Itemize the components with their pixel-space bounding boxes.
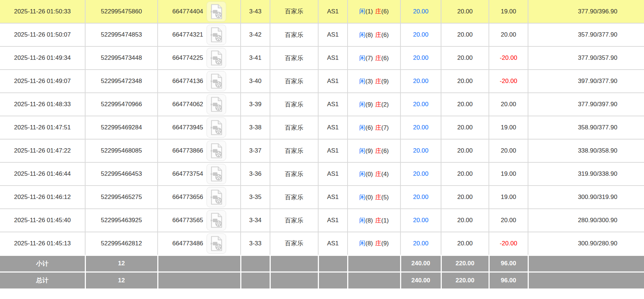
bet-amount-link[interactable]: 20.00 — [413, 54, 429, 61]
round-cell: 3-43 — [241, 0, 270, 23]
table-row[interactable]: 2025-11-26 01:49:34522995473448664774225… — [0, 46, 644, 70]
footer-winloss-total-cell: 96.00 — [489, 255, 528, 272]
table-row[interactable]: 2025-11-26 01:47:22522995468085664773866… — [0, 139, 644, 162]
video-replay-button[interactable] — [207, 1, 226, 22]
balance-cell: 397.90/377.90 — [528, 70, 644, 93]
game-no-wrap: 664773486 — [158, 233, 240, 254]
footer-bet-total-cell: 240.00 — [400, 272, 441, 288]
table-name-cell: AS1 — [318, 186, 348, 209]
bet-amount-link[interactable]: 20.00 — [413, 78, 429, 84]
player-result-label: 闲 — [359, 55, 365, 62]
game-no-wrap: 664774225 — [158, 48, 240, 68]
bet-amount-link[interactable]: 20.00 — [413, 170, 429, 177]
bet-amount-cell: 20.00 — [400, 186, 441, 209]
bet-amount-link[interactable]: 20.00 — [413, 147, 429, 154]
table-row[interactable]: 2025-11-26 01:47:51522995469284664773945… — [0, 116, 644, 139]
bet-amount-link[interactable]: 20.00 — [413, 8, 429, 15]
table-row[interactable]: 2025-11-26 01:46:44522995466453664773754… — [0, 162, 644, 186]
bet-time-cell: 2025-11-26 01:47:51 — [0, 116, 85, 139]
table-row[interactable]: 2025-11-26 01:48:33522995470966664774062… — [0, 93, 644, 116]
table-name-cell: AS1 — [318, 139, 348, 162]
banker-result-points: (9) — [381, 78, 389, 85]
table-name-cell: AS1 — [318, 116, 348, 139]
player-result-label: 闲 — [359, 78, 365, 85]
banker-result-points: (6) — [381, 148, 389, 154]
table-row[interactable]: 2025-11-26 01:49:07522995472348664774136… — [0, 70, 644, 93]
table-name-cell: AS1 — [318, 209, 348, 232]
table-row[interactable]: 2025-11-26 01:46:12522995465275664773656… — [0, 186, 644, 209]
footer-empty-cell — [318, 272, 348, 288]
player-result-points: (6) — [365, 124, 373, 131]
bet-amount-link[interactable]: 20.00 — [413, 31, 429, 38]
banker-result-points: (6) — [381, 55, 389, 62]
video-replay-button[interactable] — [207, 233, 226, 254]
result-cell: 闲(6)庄(7) — [348, 116, 400, 139]
video-replay-button[interactable] — [207, 25, 226, 45]
banker-result-label: 庄 — [375, 55, 381, 62]
banker-result-label: 庄 — [375, 32, 381, 38]
player-result-label: 闲 — [359, 124, 365, 131]
total-row: 总计12240.00220.0096.00 — [0, 272, 644, 288]
player-result-points: (8) — [365, 240, 373, 247]
bet-amount-link[interactable]: 20.00 — [413, 101, 429, 108]
table-row[interactable]: 2025-11-26 01:50:33522995475860664774404… — [0, 0, 644, 23]
video-replay-button[interactable] — [207, 117, 226, 138]
video-replay-button[interactable] — [207, 187, 226, 207]
banker-result-label: 庄 — [375, 8, 381, 15]
player-result-points: (8) — [365, 32, 373, 38]
bet-time-cell: 2025-11-26 01:49:34 — [0, 46, 85, 70]
table-row[interactable]: 2025-11-26 01:50:07522995474853664774321… — [0, 23, 644, 46]
table-body: 2025-11-26 01:50:33522995475860664774404… — [0, 0, 644, 288]
player-result-label: 闲 — [359, 194, 365, 201]
bet-time-cell: 2025-11-26 01:49:07 — [0, 70, 85, 93]
player-result-points: (9) — [365, 148, 373, 154]
game-no-wrap: 664774404 — [158, 1, 240, 22]
balance-cell: 338.90/358.90 — [528, 139, 644, 162]
bet-time-cell: 2025-11-26 01:46:12 — [0, 186, 85, 209]
round-cell: 3-39 — [241, 93, 270, 116]
bet-amount-link[interactable]: 20.00 — [413, 217, 429, 224]
order-no-cell: 522995463925 — [85, 209, 158, 232]
game-no-value: 664774404 — [172, 8, 203, 15]
table-row[interactable]: 2025-11-26 01:45:40522995463925664773565… — [0, 209, 644, 232]
footer-label-cell: 总计 — [0, 272, 85, 288]
balance-cell: 300.90/319.90 — [528, 186, 644, 209]
video-replay-button[interactable] — [207, 210, 226, 231]
game-name-cell: 百家乐 — [270, 139, 318, 162]
game-name-cell: 百家乐 — [270, 186, 318, 209]
result-cell: 闲(7)庄(6) — [348, 46, 400, 70]
table-row[interactable]: 2025-11-26 01:45:13522995462812664773486… — [0, 232, 644, 255]
order-no-cell: 522995470966 — [85, 93, 158, 116]
win-loss-cell: 19.00 — [489, 186, 528, 209]
bet-amount-link[interactable]: 20.00 — [413, 240, 429, 247]
valid-amount-cell: 20.00 — [441, 162, 489, 186]
game-name-cell: 百家乐 — [270, 162, 318, 186]
order-no-cell: 522995472348 — [85, 70, 158, 93]
video-replay-button[interactable] — [207, 71, 226, 91]
film-document-icon — [210, 120, 223, 135]
video-replay-button[interactable] — [207, 94, 226, 115]
bet-amount-link[interactable]: 20.00 — [413, 194, 429, 200]
player-result-label: 闲 — [359, 148, 365, 154]
game-no-wrap: 664774321 — [158, 25, 240, 45]
round-cell: 3-37 — [241, 139, 270, 162]
win-loss-cell: 20.00 — [489, 93, 528, 116]
footer-empty-cell — [348, 272, 400, 288]
subtotal-row: 小计12240.00220.0096.00 — [0, 255, 644, 272]
bet-amount-link[interactable]: 20.00 — [413, 124, 429, 131]
film-document-icon — [210, 143, 223, 158]
player-result-label: 闲 — [359, 240, 365, 247]
game-no-wrap: 664773945 — [158, 117, 240, 138]
footer-count-cell: 12 — [85, 272, 158, 288]
bet-amount-cell: 20.00 — [400, 0, 441, 23]
bet-amount-cell: 20.00 — [400, 46, 441, 70]
game-no-cell: 664773565 — [158, 209, 241, 232]
order-no-cell: 522995465275 — [85, 186, 158, 209]
result-cell: 闲(8)庄(1) — [348, 209, 400, 232]
video-replay-button[interactable] — [207, 164, 226, 184]
footer-empty-cell — [528, 272, 644, 288]
video-replay-button[interactable] — [207, 48, 226, 68]
order-no-cell: 522995466453 — [85, 162, 158, 186]
video-replay-button[interactable] — [207, 141, 226, 161]
game-no-value: 664774225 — [172, 54, 203, 62]
